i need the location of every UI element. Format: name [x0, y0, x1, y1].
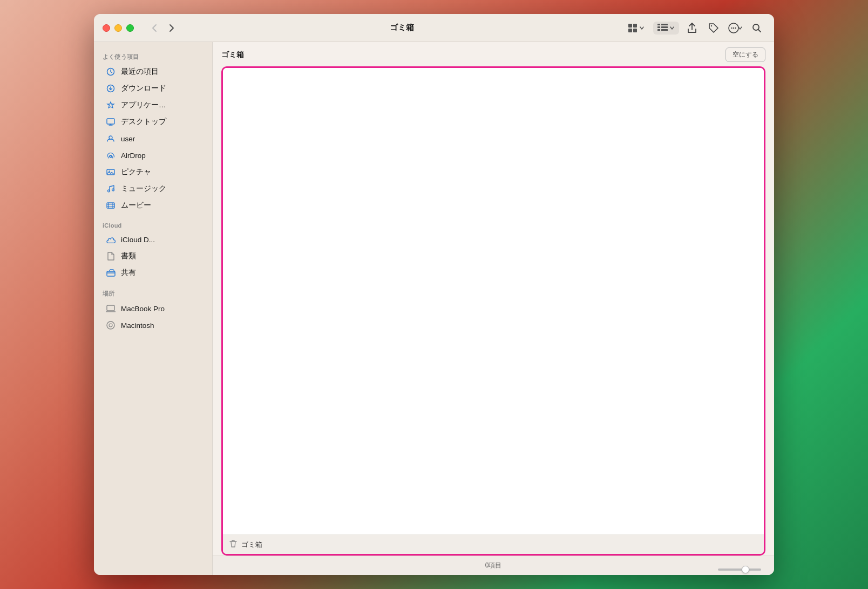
file-pane: ゴミ箱 空にする ゴミ箱 0項目: [213, 42, 774, 575]
sidebar-item-shared[interactable]: 共有: [97, 265, 209, 281]
sidebar-item-macintosh-label: Macintosh: [121, 321, 154, 330]
sidebar-section-favorites: よく使う項目: [94, 49, 212, 63]
svg-point-29: [109, 324, 112, 327]
sidebar-item-music-label: ミュージック: [121, 184, 166, 194]
svg-rect-3: [633, 29, 637, 32]
finder-window: ゴミ箱: [94, 14, 774, 575]
svg-rect-4: [657, 24, 660, 25]
svg-point-14: [735, 27, 736, 28]
window-title: ゴミ箱: [186, 23, 618, 33]
toolbar-right: [624, 19, 765, 37]
sidebar-item-desktop-label: デスクトップ: [121, 117, 166, 127]
documents-icon: [106, 251, 116, 261]
icon-view-button[interactable]: [624, 22, 649, 35]
sidebar-item-user-label: user: [121, 135, 135, 143]
svg-rect-5: [657, 26, 660, 28]
sidebar-item-icloud-drive[interactable]: iCloud D...: [97, 231, 209, 248]
svg-point-12: [731, 27, 732, 28]
movies-icon: [106, 201, 116, 210]
sidebar-item-macbook-pro[interactable]: MacBook Pro: [97, 300, 209, 317]
close-button[interactable]: [103, 24, 110, 32]
sidebar-item-airdrop[interactable]: AirDrop: [97, 147, 209, 163]
svg-rect-0: [628, 24, 632, 28]
sidebar-item-downloads-label: ダウンロード: [121, 84, 166, 93]
airdrop-icon: [106, 150, 116, 160]
maximize-button[interactable]: [126, 24, 134, 32]
trash-selected-area: ゴミ箱: [221, 66, 765, 556]
svg-point-22: [109, 170, 110, 172]
svg-rect-26: [107, 271, 115, 276]
music-icon: [106, 184, 116, 194]
sidebar-section-places: 場所: [94, 285, 212, 300]
pictures-icon: [106, 167, 116, 177]
search-button[interactable]: [748, 19, 765, 37]
macbook-pro-icon: [106, 304, 116, 313]
traffic-lights: [103, 24, 134, 32]
empty-trash-button[interactable]: 空にする: [725, 47, 765, 62]
svg-rect-7: [661, 24, 668, 25]
svg-rect-6: [657, 29, 660, 31]
macintosh-icon: [106, 320, 116, 330]
sidebar-item-applications-label: アプリケー…: [121, 100, 166, 110]
zoom-slider[interactable]: [718, 569, 761, 571]
zoom-slider-container: [718, 569, 761, 571]
grid-view-button[interactable]: [653, 22, 679, 35]
sidebar-item-recents[interactable]: 最近の項目: [97, 64, 209, 80]
sidebar-item-applications[interactable]: アプリケー…: [97, 97, 209, 113]
zoom-slider-thumb: [742, 566, 749, 573]
minimize-button[interactable]: [114, 24, 122, 32]
svg-rect-1: [633, 24, 637, 28]
desktop-icon: [106, 117, 116, 127]
sidebar-item-downloads[interactable]: ダウンロード: [97, 80, 209, 97]
pane-title: ゴミ箱: [221, 50, 244, 60]
recents-icon: [106, 67, 116, 77]
svg-point-19: [109, 136, 112, 139]
forward-button[interactable]: [164, 20, 179, 36]
svg-rect-18: [107, 119, 114, 124]
sidebar-item-music[interactable]: ミュージック: [97, 181, 209, 197]
sidebar-item-macintosh[interactable]: Macintosh: [97, 317, 209, 333]
nav-buttons: [147, 20, 179, 36]
sidebar-item-user[interactable]: user: [97, 131, 209, 147]
trash-footer-label: ゴミ箱: [241, 540, 262, 550]
trash-footer: ゴミ箱: [223, 535, 764, 554]
tag-button[interactable]: [705, 19, 722, 37]
svg-point-13: [733, 27, 734, 28]
sidebar-item-shared-label: 共有: [121, 268, 136, 278]
svg-rect-2: [628, 29, 632, 32]
more-button[interactable]: [727, 19, 744, 37]
svg-point-10: [711, 25, 712, 26]
sidebar-item-pictures-label: ピクチャ: [121, 167, 151, 177]
main-content: よく使う項目 最近の項目 ダウンロード: [94, 42, 774, 575]
sidebar-item-airdrop-label: AirDrop: [121, 152, 146, 160]
sidebar-item-macbook-pro-label: MacBook Pro: [121, 305, 165, 313]
status-bar: 0項目: [213, 556, 774, 575]
svg-rect-25: [107, 203, 114, 208]
status-text: 0項目: [485, 561, 502, 570]
svg-point-24: [112, 189, 114, 191]
svg-rect-8: [661, 26, 668, 28]
share-button[interactable]: [683, 19, 701, 37]
trash-footer-icon: [229, 539, 237, 550]
sidebar-item-pictures[interactable]: ピクチャ: [97, 164, 209, 180]
sidebar-item-desktop[interactable]: デスクトップ: [97, 114, 209, 130]
user-icon: [106, 134, 116, 143]
sidebar-item-movies[interactable]: ムービー: [97, 197, 209, 214]
sidebar-item-documents-label: 書類: [121, 251, 136, 261]
title-bar: ゴミ箱: [94, 14, 774, 42]
sidebar: よく使う項目 最近の項目 ダウンロード: [94, 42, 213, 575]
sidebar-item-documents[interactable]: 書類: [97, 248, 209, 264]
svg-rect-9: [661, 29, 668, 31]
sidebar-item-icloud-drive-label: iCloud D...: [121, 236, 155, 244]
sidebar-section-icloud: iCloud: [94, 218, 212, 231]
back-button[interactable]: [147, 20, 162, 36]
icloud-drive-icon: [106, 235, 116, 244]
shared-icon: [106, 268, 116, 278]
file-pane-header: ゴミ箱 空にする: [213, 42, 774, 66]
sidebar-item-movies-label: ムービー: [121, 201, 151, 210]
svg-point-28: [107, 321, 114, 329]
svg-point-23: [108, 190, 110, 192]
sidebar-item-recents-label: 最近の項目: [121, 67, 159, 77]
svg-rect-27: [107, 305, 114, 311]
downloads-icon: [106, 84, 116, 93]
